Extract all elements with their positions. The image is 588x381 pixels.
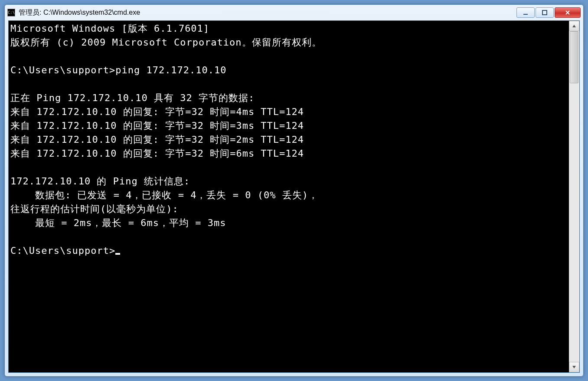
terminal-line: 版权所有 (c) 2009 Microsoft Corporation。保留所有… — [10, 36, 567, 49]
terminal-line: C:\Users\support> — [10, 244, 567, 258]
terminal-line: 来自 172.172.10.10 的回复: 字节=32 时间=2ms TTL=1… — [10, 133, 567, 147]
terminal-line: 往返行程的估计时间(以毫秒为单位): — [10, 202, 567, 216]
terminal-output[interactable]: Microsoft Windows [版本 6.1.7601]版权所有 (c) … — [9, 21, 569, 372]
titlebar[interactable]: C:\ 管理员: C:\Windows\system32\cmd.exe — [5, 5, 583, 20]
svg-rect-1 — [542, 10, 547, 15]
window-title: 管理员: C:\Windows\system32\cmd.exe — [19, 8, 516, 17]
scroll-up-button[interactable] — [569, 21, 579, 31]
svg-rect-0 — [523, 14, 528, 15]
svg-marker-4 — [572, 25, 576, 27]
client-area: Microsoft Windows [版本 6.1.7601]版权所有 (c) … — [8, 20, 580, 373]
svg-marker-5 — [572, 366, 576, 368]
terminal-line: C:\Users\support>ping 172.172.10.10 — [10, 63, 567, 77]
terminal-line: 来自 172.172.10.10 的回复: 字节=32 时间=6ms TTL=1… — [10, 147, 567, 161]
vertical-scrollbar[interactable] — [569, 21, 579, 372]
terminal-line — [10, 230, 567, 244]
terminal-line: Microsoft Windows [版本 6.1.7601] — [10, 22, 567, 36]
terminal-line — [10, 77, 567, 91]
terminal-line: 来自 172.172.10.10 的回复: 字节=32 时间=4ms TTL=1… — [10, 105, 567, 119]
terminal-line — [10, 49, 567, 63]
scroll-track[interactable] — [569, 31, 579, 362]
cmd-window: C:\ 管理员: C:\Windows\system32\cmd.exe Mic… — [4, 4, 584, 377]
terminal-line: 数据包: 已发送 = 4，已接收 = 4，丢失 = 0 (0% 丢失)， — [10, 188, 567, 202]
terminal-line: 来自 172.172.10.10 的回复: 字节=32 时间=3ms TTL=1… — [10, 119, 567, 133]
terminal-line: 172.172.10.10 的 Ping 统计信息: — [10, 174, 567, 188]
cursor — [115, 253, 120, 255]
cmd-icon: C:\ — [7, 9, 15, 16]
maximize-button[interactable] — [536, 7, 554, 18]
minimize-button[interactable] — [516, 7, 535, 18]
scroll-down-button[interactable] — [569, 362, 579, 372]
close-button[interactable] — [555, 7, 581, 18]
window-controls — [516, 7, 581, 18]
terminal-line: 正在 Ping 172.172.10.10 具有 32 字节的数据: — [10, 91, 567, 105]
terminal-line: 最短 = 2ms，最长 = 6ms，平均 = 3ms — [10, 216, 567, 230]
scroll-thumb[interactable] — [570, 31, 578, 83]
terminal-line — [10, 161, 567, 174]
